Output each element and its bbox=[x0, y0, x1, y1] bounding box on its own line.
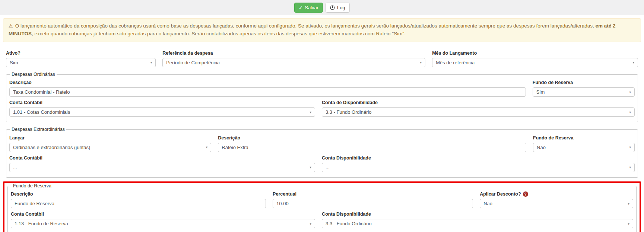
field-ativo: Ativo? Sim ▾ bbox=[6, 47, 156, 67]
mes-lancamento-label: Mês do Lançamento bbox=[432, 51, 638, 56]
log-button[interactable]: Log bbox=[326, 3, 350, 13]
field-extraordinarias-conta-contabil: Conta Contábil ... ▾ bbox=[9, 152, 315, 172]
despesas-ordinarias-legend: Despesas Ordinárias bbox=[10, 72, 57, 77]
fundo-reserva-conta-disponibilidade-label: Conta Disponibilidade bbox=[322, 212, 633, 217]
aplicar-desconto-label: Aplicar Desconto? bbox=[480, 191, 521, 197]
ordinarias-row-2: Conta Contábil 1.01 - Cotas Condominiais… bbox=[9, 97, 635, 117]
ordinarias-conta-contabil-label: Conta Contábil bbox=[9, 100, 315, 105]
chevron-down-icon: ▾ bbox=[420, 61, 422, 64]
extraordinarias-lancar-value: Ordinárias e extraordinárias (juntas) bbox=[13, 145, 90, 150]
field-fundo-reserva-conta-contabil: Conta Contábil 1.13 - Fundo de Reserva ▾ bbox=[11, 208, 315, 228]
despesas-extraordinarias-legend: Despesas Extraordinárias bbox=[10, 127, 66, 132]
ordinarias-descricao-label: Descrição bbox=[9, 80, 526, 85]
aplicar-desconto-label-row: Aplicar Desconto? ? bbox=[480, 191, 633, 197]
extraordinarias-fundo-reserva-select[interactable]: Não ▾ bbox=[533, 143, 635, 152]
chevron-down-icon: ▾ bbox=[628, 222, 629, 226]
chevron-down-icon: ▾ bbox=[310, 110, 311, 114]
chevron-down-icon: ▾ bbox=[632, 61, 634, 64]
help-icon[interactable]: ? bbox=[523, 191, 528, 197]
ordinarias-conta-disponibilidade-label: Conta de Disponibilidade bbox=[322, 100, 635, 105]
field-extraordinarias-conta-disponibilidade: Conta Disponibilidade ... ▾ bbox=[322, 152, 635, 172]
field-extraordinarias-fundo-reserva: Fundo de Reserva Não ▾ bbox=[533, 132, 635, 152]
banner-text-after: , exceto quando cobranças já tenham sido… bbox=[32, 31, 406, 36]
section-despesas-extraordinarias: Despesas Extraordinárias Lançar Ordinári… bbox=[6, 127, 638, 178]
clock-icon bbox=[330, 5, 335, 10]
aplicar-desconto-value: Não bbox=[483, 201, 492, 206]
check-icon: ✓ bbox=[299, 6, 302, 10]
fundo-reserva-conta-disponibilidade-select[interactable]: 3.3 - Fundo Ordinário ▾ bbox=[322, 219, 633, 228]
ordinarias-fundo-reserva-select[interactable]: Sim ▾ bbox=[533, 87, 635, 97]
fundo-de-reserva-legend: Fundo de Reserva bbox=[12, 184, 53, 188]
ordinarias-fundo-reserva-value: Sim bbox=[536, 89, 545, 95]
ativo-value: Sim bbox=[10, 60, 18, 65]
extraordinarias-conta-contabil-label: Conta Contábil bbox=[9, 155, 315, 161]
referencia-despesa-select[interactable]: Período de Competência ▾ bbox=[162, 58, 425, 67]
ativo-select[interactable]: Sim ▾ bbox=[6, 58, 156, 67]
top-toolbar: ✓ Salvar Log bbox=[0, 0, 644, 15]
config-form: Ativo? Sim ▾ Referência da despesa Perío… bbox=[0, 45, 644, 232]
general-settings-row: Ativo? Sim ▾ Referência da despesa Perío… bbox=[6, 47, 638, 67]
section-fundo-de-reserva: Fundo de Reserva Descrição Percentual Ap… bbox=[7, 184, 637, 232]
warning-icon: ⚠ bbox=[9, 23, 13, 29]
field-ordinarias-conta-disponibilidade: Conta de Disponibilidade 3.3 - Fundo Ord… bbox=[322, 97, 635, 117]
percentual-label: Percentual bbox=[273, 191, 473, 197]
fundo-reserva-row-2: Conta Contábil 1.13 - Fundo de Reserva ▾… bbox=[11, 208, 633, 228]
field-ordinarias-fundo-reserva: Fundo de Reserva Sim ▾ bbox=[533, 77, 635, 97]
referencia-despesa-label: Referência da despesa bbox=[162, 51, 425, 56]
ordinarias-conta-contabil-value: 1.01 - Cotas Condominiais bbox=[13, 109, 70, 115]
fundo-reserva-conta-contabil-value: 1.13 - Fundo de Reserva bbox=[15, 221, 68, 226]
field-aplicar-desconto: Aplicar Desconto? ? Não ▾ bbox=[480, 188, 633, 208]
fundo-reserva-conta-disponibilidade-value: 3.3 - Fundo Ordinário bbox=[326, 221, 372, 226]
field-extraordinarias-lancar: Lançar Ordinárias e extraordinárias (jun… bbox=[9, 132, 211, 152]
chevron-down-icon: ▾ bbox=[206, 145, 208, 149]
extraordinarias-row-2: Conta Contábil ... ▾ Conta Disponibilida… bbox=[9, 152, 635, 172]
extraordinarias-conta-contabil-select[interactable]: ... ▾ bbox=[9, 163, 315, 172]
field-fundo-reserva-conta-disponibilidade: Conta Disponibilidade 3.3 - Fundo Ordiná… bbox=[322, 208, 633, 228]
chevron-down-icon: ▾ bbox=[629, 165, 631, 169]
log-button-label: Log bbox=[337, 5, 345, 10]
extraordinarias-lancar-select[interactable]: Ordinárias e extraordinárias (juntas) ▾ bbox=[9, 143, 211, 152]
field-extraordinarias-descricao: Descrição bbox=[218, 132, 526, 152]
section-despesas-ordinarias: Despesas Ordinárias Descrição Fundo de R… bbox=[6, 72, 638, 123]
chevron-down-icon: ▾ bbox=[629, 145, 631, 149]
fundo-reserva-conta-contabil-select[interactable]: 1.13 - Fundo de Reserva ▾ bbox=[11, 219, 315, 228]
extraordinarias-descricao-label: Descrição bbox=[218, 135, 526, 141]
save-button[interactable]: ✓ Salvar bbox=[294, 3, 323, 13]
ordinarias-conta-disponibilidade-value: 3.3 - Fundo Ordinário bbox=[326, 109, 372, 115]
extraordinarias-lancar-label: Lançar bbox=[9, 135, 211, 141]
extraordinarias-conta-contabil-value: ... bbox=[13, 165, 17, 170]
mes-lancamento-select[interactable]: Mês de referência ▾ bbox=[432, 58, 638, 67]
extraordinarias-row-1: Lançar Ordinárias e extraordinárias (jun… bbox=[9, 132, 635, 152]
ordinarias-conta-disponibilidade-select[interactable]: 3.3 - Fundo Ordinário ▾ bbox=[322, 107, 635, 117]
mes-lancamento-value: Mês de referência bbox=[436, 60, 475, 65]
extraordinarias-fundo-reserva-value: Não bbox=[537, 145, 546, 150]
aplicar-desconto-select[interactable]: Não ▾ bbox=[480, 199, 633, 208]
referencia-despesa-value: Período de Competência bbox=[166, 60, 220, 65]
fundo-reserva-conta-contabil-label: Conta Contábil bbox=[11, 212, 315, 217]
ordinarias-fundo-reserva-label: Fundo de Reserva bbox=[533, 80, 635, 85]
ativo-label: Ativo? bbox=[6, 51, 156, 56]
chevron-down-icon: ▾ bbox=[628, 202, 629, 206]
extraordinarias-descricao-input[interactable] bbox=[218, 143, 526, 152]
ordinarias-conta-contabil-select[interactable]: 1.01 - Cotas Condominiais ▾ bbox=[9, 107, 315, 117]
fundo-reserva-descricao-input[interactable] bbox=[11, 199, 266, 208]
chevron-down-icon: ▾ bbox=[629, 90, 631, 94]
field-mes-lancamento: Mês do Lançamento Mês de referência ▾ bbox=[432, 47, 638, 67]
fundo-reserva-descricao-label: Descrição bbox=[11, 191, 266, 197]
field-referencia-despesa: Referência da despesa Período de Competê… bbox=[162, 47, 425, 67]
extraordinarias-fundo-reserva-label: Fundo de Reserva bbox=[533, 135, 635, 141]
field-ordinarias-conta-contabil: Conta Contábil 1.01 - Cotas Condominiais… bbox=[9, 97, 315, 117]
red-highlight-annotation: Fundo de Reserva Descrição Percentual Ap… bbox=[3, 181, 641, 232]
chevron-down-icon: ▾ bbox=[629, 110, 631, 114]
ordinarias-descricao-input[interactable] bbox=[9, 87, 526, 97]
extraordinarias-conta-disponibilidade-label: Conta Disponibilidade bbox=[322, 155, 635, 161]
warning-banner: ⚠O lançamento automático da composição d… bbox=[3, 18, 641, 42]
field-percentual: Percentual bbox=[273, 188, 473, 208]
chevron-down-icon: ▾ bbox=[310, 165, 311, 169]
extraordinarias-conta-disponibilidade-value: ... bbox=[326, 165, 330, 170]
extraordinarias-conta-disponibilidade-select[interactable]: ... ▾ bbox=[322, 163, 635, 172]
field-fundo-reserva-descricao: Descrição bbox=[11, 188, 266, 208]
fundo-reserva-row-1: Descrição Percentual Aplicar Desconto? ?… bbox=[11, 188, 633, 208]
save-button-label: Salvar bbox=[305, 5, 318, 10]
percentual-input[interactable] bbox=[273, 199, 473, 208]
